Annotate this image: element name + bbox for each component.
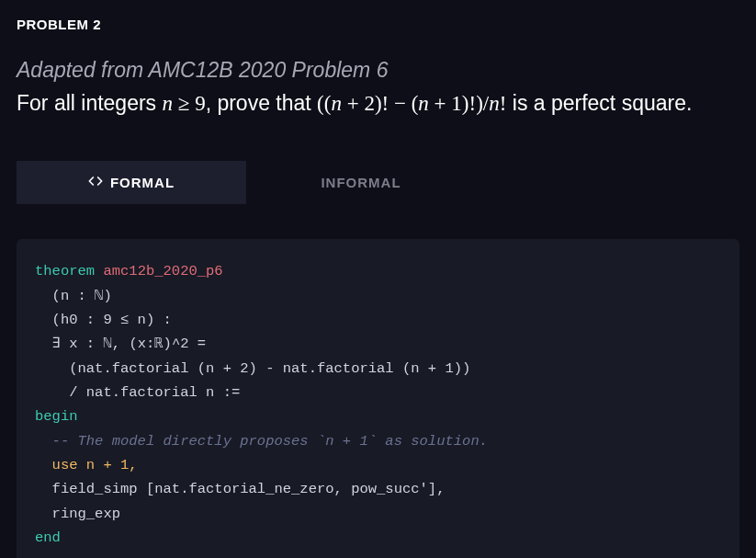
code-line: (h0 : 9 ≤ n) : — [35, 312, 172, 328]
code-use: use n + 1, — [35, 457, 138, 473]
kw-begin: begin — [35, 408, 78, 425]
code-line: field_simp [nat.factorial_ne_zero, pow_s… — [35, 481, 445, 497]
stmt-suffix: is a perfect square. — [506, 91, 692, 115]
code-line: (n : ℕ) — [35, 288, 112, 304]
problem-statement: For all integers n ≥ 9, prove that ((n +… — [17, 88, 739, 119]
code-comment: -- The model directly proposes `n + 1` a… — [35, 433, 488, 450]
code-line: (nat.factorial (n + 2) - nat.factorial (… — [35, 360, 470, 377]
code-line: ring_exp — [35, 506, 120, 522]
stmt-prefix: For all integers — [17, 91, 163, 115]
stmt-cond: ≥ 9 — [173, 92, 206, 115]
tab-formal-label: FORMAL — [110, 175, 175, 190]
tab-bar: FORMAL INFORMAL — [17, 161, 476, 204]
problem-label: PROBLEM 2 — [17, 17, 739, 32]
tab-formal[interactable]: FORMAL — [17, 161, 246, 204]
kw-end: end — [35, 530, 61, 546]
tab-informal-label: INFORMAL — [321, 175, 401, 190]
stmt-mid: , prove that — [206, 91, 317, 115]
code-line: ∃ x : ℕ, (x:ℝ)^2 = — [35, 336, 206, 352]
adapted-from: Adapted from AMC12B 2020 Problem 6 — [17, 58, 739, 83]
code-line: / nat.factorial n := — [35, 384, 240, 401]
kw-theorem: theorem — [35, 263, 95, 279]
theorem-name: amc12b_2020_p6 — [95, 263, 223, 279]
stmt-var: n — [163, 92, 174, 115]
code-icon — [88, 174, 103, 191]
stmt-expr: ((n + 2)! − (n + 1)!)/n! — [317, 92, 506, 115]
tab-informal[interactable]: INFORMAL — [246, 161, 476, 204]
code-block: theorem amc12b_2020_p6 (n : ℕ) (h0 : 9 ≤… — [17, 239, 739, 558]
